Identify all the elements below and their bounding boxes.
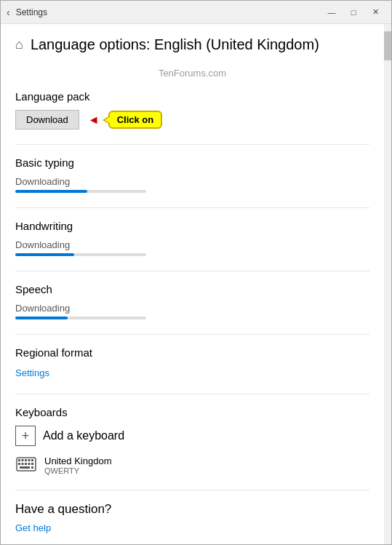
watermark: TenForums.com — [15, 68, 369, 79]
settings-window: ‹ Settings — □ ✕ ⌂ Language options: Eng… — [0, 0, 392, 545]
svg-rect-12 — [31, 466, 33, 469]
handwriting-status: Downloading — [15, 239, 369, 250]
svg-rect-9 — [28, 463, 31, 465]
plus-icon: + — [15, 426, 36, 446]
svg-rect-4 — [28, 459, 31, 461]
page-header: ⌂ Language options: English (United King… — [15, 36, 369, 53]
basic-typing-section: Basic typing Downloading — [15, 156, 369, 193]
speech-title: Speech — [15, 283, 369, 295]
add-keyboard-row[interactable]: + Add a keyboard — [15, 426, 369, 446]
keyboard-name: United Kingdom — [44, 456, 112, 466]
keyboards-section: Keyboards + Add a keyboard — [15, 406, 369, 475]
svg-rect-5 — [31, 459, 33, 461]
divider-6 — [15, 490, 369, 490]
speech-progress-container — [15, 317, 146, 319]
svg-rect-10 — [31, 463, 33, 465]
handwriting-progress-bar — [15, 253, 74, 256]
keyboard-info: United Kingdom QWERTY — [44, 456, 112, 475]
svg-rect-3 — [25, 459, 27, 461]
title-bar: ‹ Settings — □ ✕ — [1, 1, 391, 24]
maximize-button[interactable]: □ — [343, 5, 364, 20]
page-title: Language options: English (United Kingdo… — [31, 36, 319, 53]
close-button[interactable]: ✕ — [365, 5, 385, 20]
svg-rect-11 — [20, 466, 30, 469]
language-pack-title: Language pack — [15, 90, 369, 103]
keyboards-title: Keyboards — [15, 406, 369, 418]
handwriting-progress-container — [15, 253, 146, 256]
back-button[interactable]: ‹ — [7, 7, 10, 18]
svg-rect-1 — [18, 459, 20, 461]
main-content: ⌂ Language options: English (United King… — [1, 24, 384, 544]
home-icon[interactable]: ⌂ — [15, 37, 23, 52]
window-controls: — □ ✕ — [321, 5, 385, 20]
scrollbar[interactable] — [384, 24, 391, 544]
minimize-button[interactable]: — — [321, 5, 342, 20]
keyboard-icon — [15, 455, 37, 475]
svg-rect-2 — [22, 459, 24, 461]
regional-format-title: Regional format — [15, 346, 369, 359]
arrow-indicator: ◄ — [88, 114, 100, 127]
keyboard-item-row: United Kingdom QWERTY — [15, 455, 369, 475]
divider-2 — [15, 207, 369, 208]
window-title: Settings — [16, 7, 321, 17]
regional-settings-link[interactable]: Settings — [15, 367, 49, 378]
divider-5 — [15, 394, 369, 394]
speech-status: Downloading — [15, 303, 369, 314]
download-row: Download ◄ Click on — [15, 110, 369, 130]
divider-4 — [15, 334, 369, 335]
divider-1 — [15, 144, 369, 145]
language-pack-section: Language pack Download ◄ Click on — [15, 90, 369, 130]
basic-typing-status: Downloading — [15, 176, 369, 187]
speech-section: Speech Downloading — [15, 283, 369, 319]
regional-format-section: Regional format Settings — [15, 346, 369, 379]
speech-progress-bar — [15, 317, 68, 319]
add-keyboard-label: Add a keyboard — [43, 429, 124, 442]
basic-typing-progress-container — [15, 190, 146, 193]
svg-rect-7 — [22, 463, 24, 465]
handwriting-title: Handwriting — [15, 220, 369, 232]
divider-3 — [15, 271, 369, 271]
have-question-title: Have a question? — [15, 502, 369, 517]
get-help-link[interactable]: Get help — [15, 522, 51, 533]
content-area: ⌂ Language options: English (United King… — [1, 24, 391, 544]
svg-rect-8 — [25, 463, 27, 465]
scrollbar-thumb[interactable] — [384, 31, 391, 60]
download-button[interactable]: Download — [15, 110, 79, 130]
click-on-callout: Click on — [108, 111, 163, 129]
basic-typing-progress-bar — [15, 190, 87, 193]
handwriting-section: Handwriting Downloading — [15, 220, 369, 256]
svg-rect-6 — [18, 463, 20, 465]
keyboard-layout: QWERTY — [44, 466, 112, 475]
have-question-section: Have a question? Get help — [15, 502, 369, 534]
basic-typing-title: Basic typing — [15, 156, 369, 169]
